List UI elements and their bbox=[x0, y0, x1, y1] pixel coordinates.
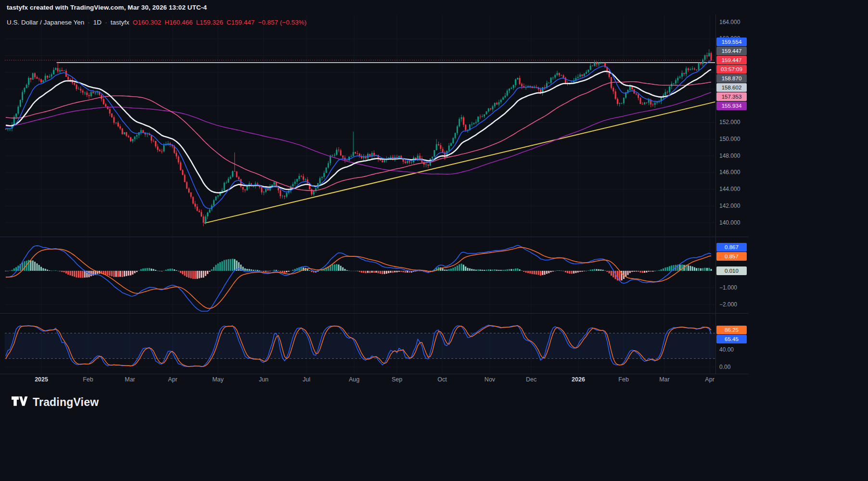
macd-badge: 0.010 bbox=[716, 266, 747, 275]
time-axis-label: Feb bbox=[618, 376, 629, 383]
price-scale[interactable]: 164.000162.000152.000150.000148.000146.0… bbox=[716, 0, 751, 385]
stoch-badge: 86.25 bbox=[716, 326, 747, 334]
time-scale[interactable]: 2025FebMarAprMayJunJulAugSepOctNovDec202… bbox=[0, 373, 749, 387]
macd-lines bbox=[6, 245, 711, 311]
tradingview-logo-icon bbox=[11, 393, 28, 411]
tradingview-logo[interactable]: TradingView bbox=[11, 393, 99, 411]
quote-high: H160.466 bbox=[165, 19, 193, 26]
macd-badge: 0.867 bbox=[716, 243, 747, 252]
separator-dot: · bbox=[88, 19, 90, 26]
time-axis-label: Sep bbox=[392, 376, 402, 383]
time-axis-label: Aug bbox=[349, 376, 359, 383]
price-badge: 159.447 bbox=[716, 47, 747, 55]
time-axis-label: Apr bbox=[168, 376, 177, 383]
price-axis-label: 150.000 bbox=[719, 136, 740, 143]
price-badge: 157.353 bbox=[716, 92, 747, 101]
time-axis-label: Jun bbox=[259, 376, 268, 383]
price-badge: 155.934 bbox=[716, 101, 747, 110]
attribution-text: tastyfx created with TradingView.com, Ma… bbox=[7, 4, 207, 11]
quote-open: O160.302 bbox=[133, 19, 161, 26]
price-axis-label: 142.000 bbox=[719, 203, 740, 210]
stoch-axis-label: 0.00 bbox=[719, 364, 730, 371]
time-axis-label: 2025 bbox=[35, 376, 48, 383]
price-badge: 158.870 bbox=[716, 74, 747, 83]
quote-close: C159.447 bbox=[227, 19, 255, 26]
macd-axis-label: −1.000 bbox=[719, 284, 737, 291]
tradingview-chart-page: tastyfx created with TradingView.com, Ma… bbox=[0, 0, 868, 481]
time-axis-label: Jul bbox=[303, 376, 310, 383]
price-axis-label: 164.000 bbox=[719, 19, 740, 26]
stoch-badge: 65.45 bbox=[716, 335, 747, 343]
price-axis-label: 144.000 bbox=[719, 186, 740, 193]
time-axis-label: Mar bbox=[125, 376, 135, 383]
symbol-name: U.S. Dollar / Japanese Yen bbox=[7, 19, 84, 26]
time-axis-label: Feb bbox=[83, 376, 93, 383]
price-badge: 159.554 bbox=[716, 38, 747, 46]
macd-badge: 0.857 bbox=[716, 252, 747, 261]
time-axis-label: Dec bbox=[526, 376, 536, 383]
macd-axis-label: −2.000 bbox=[719, 301, 737, 308]
time-axis-label: May bbox=[212, 376, 224, 383]
time-axis-label: Mar bbox=[659, 376, 670, 383]
time-axis-label: Oct bbox=[437, 376, 447, 383]
price-axis-label: 152.000 bbox=[719, 119, 740, 126]
macd-histogram bbox=[5, 259, 712, 281]
pane-separators[interactable] bbox=[0, 14, 749, 374]
symbol-interval: 1D bbox=[93, 19, 102, 26]
price-badge: 159.447 bbox=[716, 56, 747, 64]
symbol-exchange: tastyfx bbox=[111, 19, 129, 26]
separator-dot: · bbox=[105, 19, 107, 26]
time-axis-label: 2026 bbox=[572, 376, 585, 383]
price-badge: 03:57:09 bbox=[716, 65, 747, 74]
price-axis-label: 146.000 bbox=[719, 169, 740, 176]
symbol-info-row[interactable]: U.S. Dollar / Japanese Yen · 1D · tastyf… bbox=[7, 19, 306, 26]
tradingview-logo-text: TradingView bbox=[33, 396, 99, 409]
time-axis-label: Apr bbox=[705, 376, 714, 383]
quote-change: −0.857 (−0.53%) bbox=[258, 19, 306, 26]
stoch-axis-label: 40.00 bbox=[719, 346, 734, 354]
price-axis-label: 140.000 bbox=[719, 219, 740, 227]
time-axis-label: Nov bbox=[485, 376, 495, 383]
candlesticks bbox=[5, 49, 712, 226]
price-axis-label: 148.000 bbox=[719, 152, 740, 160]
price-badge: 158.602 bbox=[716, 83, 747, 92]
quote-low: L159.326 bbox=[196, 19, 223, 26]
